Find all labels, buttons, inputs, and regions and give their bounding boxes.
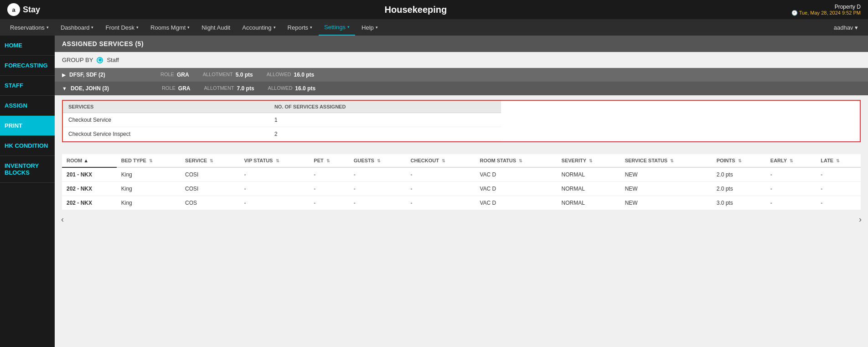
nav-settings[interactable]: Settings ▾ (319, 19, 355, 36)
nav-dashboard[interactable]: Dashboard ▾ (55, 19, 99, 36)
service-name-1: Checkout Service (63, 113, 269, 127)
cell-vip-status: - (239, 167, 309, 182)
nav-reports[interactable]: Reports ▾ (282, 19, 318, 36)
cell-bed-type: King (117, 182, 181, 196)
scroll-left-button[interactable]: ‹ (57, 213, 68, 226)
staff-row-2[interactable]: ▼ DOE, JOHN (3) ROLE GRA ALLOTMENT 7.0 p… (55, 82, 868, 95)
col-severity[interactable]: SEVERITY ⇅ (557, 154, 620, 167)
service-count-1: 1 (269, 113, 501, 127)
sidebar-item-inventory-blocks[interactable]: INVENTORY BLOCKS (0, 156, 55, 183)
cell-early: - (766, 182, 816, 196)
staff-role-2: ROLE GRA (162, 85, 191, 92)
nav-accounting[interactable]: Accounting ▾ (237, 19, 281, 36)
cell-bed-type: King (117, 167, 181, 182)
chevron-down-icon: ▾ (91, 25, 93, 30)
staff-allotment-2: ALLOTMENT 7.0 pts (204, 85, 254, 92)
cell-service-status: NEW (620, 182, 712, 196)
sidebar-item-home[interactable]: HOME (0, 36, 55, 56)
sidebar-item-hk-condition[interactable]: HK CONDITION (0, 136, 55, 156)
chevron-down-icon: ▾ (347, 25, 350, 29)
top-right-info: Property D 🕘 Tue, May 28, 2024 9:52 PM (791, 4, 861, 16)
sidebar-item-staff[interactable]: STAFF (0, 76, 55, 96)
cell-guests: - (349, 182, 406, 196)
cell-severity: NORMAL (557, 182, 620, 196)
cell-late: - (816, 196, 861, 210)
section-header: ASSIGNED SERVICES (5) (55, 36, 868, 52)
cell-severity: NORMAL (557, 167, 620, 182)
cell-vip-status: - (239, 196, 309, 210)
table-row: 202 - NKX King COSI - - - - VAC D NORMAL… (62, 182, 861, 196)
col-guests[interactable]: GUESTS ⇅ (349, 154, 406, 167)
nav-bar: Reservations ▾ Dashboard ▾ Front Desk ▾ … (0, 19, 868, 36)
cell-service: COS (181, 196, 239, 210)
cell-service: COSI (181, 167, 239, 182)
chevron-down-icon: ▾ (376, 25, 378, 30)
col-service[interactable]: SERVICE ⇅ (181, 154, 239, 167)
col-checkout[interactable]: CHECKOUT ⇅ (406, 154, 475, 167)
cell-checkout: - (406, 167, 475, 182)
cell-early: - (766, 196, 816, 210)
staff-allowed-1: ALLOWED 16.0 pts (267, 72, 315, 78)
sort-arrows-icon: ⇅ (210, 159, 213, 163)
cell-bed-type: King (117, 196, 181, 210)
cell-late: - (816, 182, 861, 196)
nav-help[interactable]: Help ▾ (356, 19, 383, 36)
col-service-status[interactable]: SERVICE STATUS ⇅ (620, 154, 712, 167)
user-menu[interactable]: aadhav ▾ (828, 24, 863, 31)
sort-arrows-icon: ⇅ (377, 159, 381, 163)
services-table: SERVICES NO. OF SERVICES ASSIGNED Checko… (63, 101, 501, 141)
col-bed-type[interactable]: BED TYPE ⇅ (117, 154, 181, 167)
col-late[interactable]: LATE ⇅ (816, 154, 861, 167)
cell-severity: NORMAL (557, 196, 620, 210)
layout: HOME FORECASTING STAFF ASSIGN PRINT HK C… (0, 36, 868, 347)
cell-pet: - (309, 167, 349, 182)
logo: a Stay (7, 3, 40, 16)
sort-arrows-icon: ⇅ (149, 159, 153, 163)
services-container: SERVICES NO. OF SERVICES ASSIGNED Checko… (62, 100, 861, 142)
assignments-table: ROOM ▲ BED TYPE ⇅ SERVICE ⇅ VIP STATU (62, 154, 861, 210)
service-row-2: Checkout Service Inspect 2 (63, 127, 501, 141)
cell-room-status: VAC D (475, 196, 557, 210)
col-room[interactable]: ROOM ▲ (62, 154, 117, 167)
staff-meta-2: ROLE GRA ALLOTMENT 7.0 pts ALLOWED 16.0 … (162, 85, 861, 92)
sidebar-item-assign[interactable]: ASSIGN (0, 96, 55, 116)
nav-front-desk[interactable]: Front Desk ▾ (100, 19, 144, 36)
staff-allowed-2: ALLOWED 16.0 pts (268, 85, 316, 92)
cell-room: 202 - NKX (62, 182, 117, 196)
col-points[interactable]: POINTS ⇅ (712, 154, 766, 167)
col-early[interactable]: EARLY ⇅ (766, 154, 816, 167)
sort-arrows-icon: ⇅ (738, 159, 742, 163)
property-name: Property D (791, 4, 861, 10)
staff-name-1: DFSF, SDF (2) (69, 72, 160, 78)
col-vip-status[interactable]: VIP STATUS ⇅ (239, 154, 309, 167)
table-row: 201 - NKX King COSI - - - - VAC D NORMAL… (62, 167, 861, 182)
expand-icon: ▶ (62, 72, 66, 78)
scroll-right-button[interactable]: › (854, 213, 866, 226)
nav-rooms-mgmt[interactable]: Rooms Mgmt ▾ (145, 19, 195, 36)
nav-night-audit[interactable]: Night Audit (196, 19, 236, 36)
cell-room-status: VAC D (475, 182, 557, 196)
group-by-radio[interactable] (97, 57, 103, 63)
nav-reservations[interactable]: Reservations ▾ (5, 19, 54, 36)
staff-row-1[interactable]: ▶ DFSF, SDF (2) ROLE GRA ALLOTMENT 5.0 p… (55, 68, 868, 82)
col-pet[interactable]: PET ⇅ (309, 154, 349, 167)
services-count-header: NO. OF SERVICES ASSIGNED (269, 101, 501, 113)
cell-points: 2.0 pts (712, 167, 766, 182)
cell-room: 201 - NKX (62, 167, 117, 182)
cell-room: 202 - NKX (62, 196, 117, 210)
cell-late: - (816, 167, 861, 182)
sort-arrows-icon: ⇅ (326, 159, 330, 163)
sort-arrows-icon: ⇅ (589, 159, 593, 163)
cell-pet: - (309, 196, 349, 210)
cell-points: 3.0 pts (712, 196, 766, 210)
sidebar-item-print[interactable]: PRINT (0, 116, 55, 136)
scroll-row: ‹ › (55, 210, 868, 229)
col-room-status[interactable]: ROOM STATUS ⇅ (475, 154, 557, 167)
services-col-header: SERVICES (63, 101, 269, 113)
cell-guests: - (349, 196, 406, 210)
sort-arrows-icon: ⇅ (670, 159, 674, 163)
service-row-1: Checkout Service 1 (63, 113, 501, 127)
sidebar-item-forecasting[interactable]: FORECASTING (0, 56, 55, 76)
staff-role-1: ROLE GRA (160, 72, 189, 78)
cell-pet: - (309, 182, 349, 196)
